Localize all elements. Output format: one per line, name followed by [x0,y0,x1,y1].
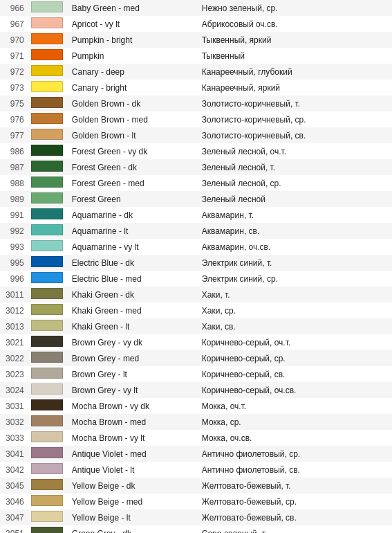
color-swatch-cell [28,16,69,32]
color-name-russian: Коричнево-серый, ср. [199,350,392,366]
table-row: 971PumpkinТыквенный [0,48,392,64]
color-name-russian: Электрик синий, т. [199,255,392,271]
color-swatch-cell [28,446,69,462]
color-swatch-cell [28,207,69,223]
color-name-russian: Тыквенный [199,48,392,64]
color-swatch-cell [28,414,69,430]
color-name-russian: Золотисто-коричневый, св. [199,127,392,143]
color-name-russian: Мокка, оч.св. [199,430,392,446]
color-number: 3047 [0,509,28,525]
color-swatch-cell [28,430,69,446]
color-swatch-cell [28,239,69,255]
color-swatch [31,352,63,363]
color-swatch-cell [28,398,69,414]
color-swatch-cell [28,478,69,494]
table-row: 975Golden Brown - dkЗолотисто-коричневый… [0,96,392,111]
color-name: Baby Green - med [69,0,199,16]
color-name: Brown Grey - lt [69,366,199,382]
table-row: 988Forest Green - medЗеленый лесной, ср. [0,175,392,191]
color-name-russian: Хаки, св. [199,318,392,334]
color-swatch-cell [28,175,69,191]
color-name: Khaki Green - lt [69,318,199,334]
color-number: 3041 [0,446,28,462]
color-name-russian: Мокка, ср. [199,414,392,430]
color-swatch-cell [28,334,69,350]
color-name: Canary - deep [69,64,199,80]
table-row: 977Golden Brown - ltЗолотисто-коричневый… [0,127,392,143]
color-swatch [31,304,63,315]
color-name-russian: Абрикосовый оч.св. [199,16,392,32]
table-row: 989Forest GreenЗеленый лесной [0,191,392,207]
color-swatch [31,1,63,12]
color-name: Electric Blue - med [69,271,199,287]
color-name: Forest Green - vy dk [69,143,199,159]
color-name-russian: Аквамарин, св. [199,223,392,239]
color-swatch-cell [28,159,69,175]
color-number: 991 [0,207,28,223]
color-swatch-cell [28,271,69,287]
color-name: Khaki Green - med [69,302,199,318]
color-number: 986 [0,143,28,159]
table-row: 3047Yellow Beige - ltЖелтовато-бежевый, … [0,509,392,525]
color-swatch-cell [28,48,69,64]
color-name: Golden Brown - lt [69,127,199,143]
table-row: 3022Brown Grey - medКоричнево-серый, ср. [0,350,392,366]
color-number: 996 [0,271,28,287]
color-name: Golden Brown - dk [69,96,199,111]
table-row: 996Electric Blue - medЭлектрик синий, ср… [0,271,392,287]
color-name-russian: Аквамарин, оч.св. [199,239,392,255]
table-row: 3031Mocha Brown - vy dkМокка, оч.т. [0,398,392,414]
color-name: Yellow Beige - dk [69,478,199,494]
color-swatch [31,177,63,188]
color-name: Yellow Beige - lt [69,509,199,525]
table-row: 3023Brown Grey - ltКоричнево-серый, св. [0,366,392,382]
color-number: 3013 [0,318,28,334]
color-swatch [31,399,63,410]
table-row: 3051Green Grey - dkСеро-зеленый, т. [0,525,392,533]
color-name: Canary - bright [69,80,199,96]
color-name: Yellow Beige - med [69,494,199,509]
color-swatch [31,368,63,379]
table-row: 967Apricot - vy ltАбрикосовый оч.св. [0,16,392,32]
color-name-russian: Зеленый лесной, т. [199,159,392,175]
color-name: Brown Grey - vy dk [69,334,199,350]
color-number: 3011 [0,287,28,302]
color-number: 966 [0,0,28,16]
color-number: 3031 [0,398,28,414]
color-number: 3045 [0,478,28,494]
color-swatch [31,320,63,331]
color-name: Forest Green [69,191,199,207]
color-table: 966Baby Green - medНежно зеленый, ср.967… [0,0,392,533]
color-swatch-cell [28,382,69,398]
color-name-russian: Желтовато-бежевый, св. [199,509,392,525]
color-name: Forest Green - dk [69,159,199,175]
color-number: 3042 [0,462,28,478]
table-row: 993Aquamarine - vy ltАквамарин, оч.св. [0,239,392,255]
color-name: Brown Grey - vy lt [69,382,199,398]
color-swatch [31,97,63,108]
color-swatch [31,208,63,219]
table-row: 3013Khaki Green - ltХаки, св. [0,318,392,334]
color-swatch [31,192,63,204]
color-number: 993 [0,239,28,255]
color-number: 989 [0,191,28,207]
color-name: Khaki Green - dk [69,287,199,302]
color-name-russian: Желтовато-бежевый, ср. [199,494,392,509]
color-name-russian: Антично фиолетовый, св. [199,462,392,478]
color-number: 987 [0,159,28,175]
table-row: 976Golden Brown - medЗолотисто-коричневы… [0,111,392,127]
color-swatch-cell [28,318,69,334]
color-name: Antique Violet - med [69,446,199,462]
table-row: 3011Khaki Green - dkХаки, т. [0,287,392,302]
color-name-russian: Канареечный, яркий [199,80,392,96]
color-number: 976 [0,111,28,127]
color-swatch [31,463,63,474]
color-name: Mocha Brown - vy dk [69,398,199,414]
color-name: Green Grey - dk [69,525,199,533]
color-swatch [31,431,63,442]
color-swatch-cell [28,525,69,533]
color-swatch [31,240,63,251]
color-name-russian: Хаки, ср. [199,302,392,318]
color-swatch-cell [28,223,69,239]
color-swatch-cell [28,32,69,48]
